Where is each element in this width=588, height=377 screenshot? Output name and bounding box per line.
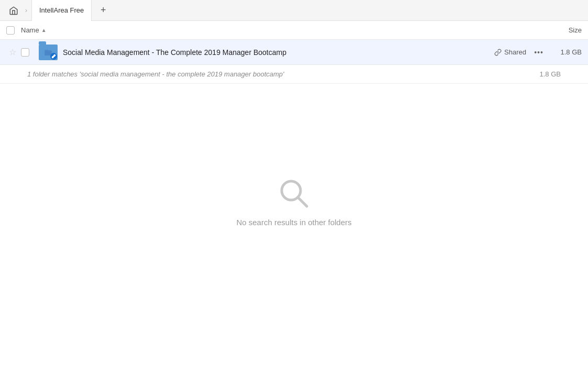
size-column-header[interactable]: Size <box>540 26 582 34</box>
shared-badge: Shared <box>489 47 531 58</box>
star-icon[interactable]: ☆ <box>6 47 19 57</box>
results-summary-row: 1 folder matches 'social media managemen… <box>0 65 588 84</box>
file-list-item[interactable]: ☆ Social Media Management - The Complete… <box>0 40 588 65</box>
empty-state-message: No search results in other folders <box>236 218 351 227</box>
top-bar: › IntellArea Free + <box>0 0 588 21</box>
folder-icon <box>39 43 58 62</box>
results-size: 1.8 GB <box>540 70 561 78</box>
select-all-checkbox[interactable] <box>6 26 21 35</box>
name-column-header[interactable]: Name ▲ <box>21 26 540 34</box>
tab-label: IntellArea Free <box>39 6 84 14</box>
tab-intellarea-free[interactable]: IntellArea Free <box>31 0 92 21</box>
more-options-button[interactable]: ••• <box>531 45 546 60</box>
no-results-icon <box>279 178 310 209</box>
sort-icon: ▲ <box>41 27 47 33</box>
empty-state: No search results in other folders <box>0 84 588 227</box>
svg-line-1 <box>298 197 307 206</box>
file-name: Social Media Management - The Complete 2… <box>63 48 489 57</box>
add-tab-button[interactable]: + <box>96 3 110 18</box>
link-icon <box>494 49 502 56</box>
column-header-row: Name ▲ Size <box>0 21 588 40</box>
row-checkbox[interactable] <box>21 48 36 57</box>
results-text: 1 folder matches 'social media managemen… <box>27 70 540 78</box>
breadcrumb-separator: › <box>25 7 27 14</box>
home-button[interactable] <box>6 3 21 18</box>
file-size: 1.8 GB <box>550 48 582 56</box>
